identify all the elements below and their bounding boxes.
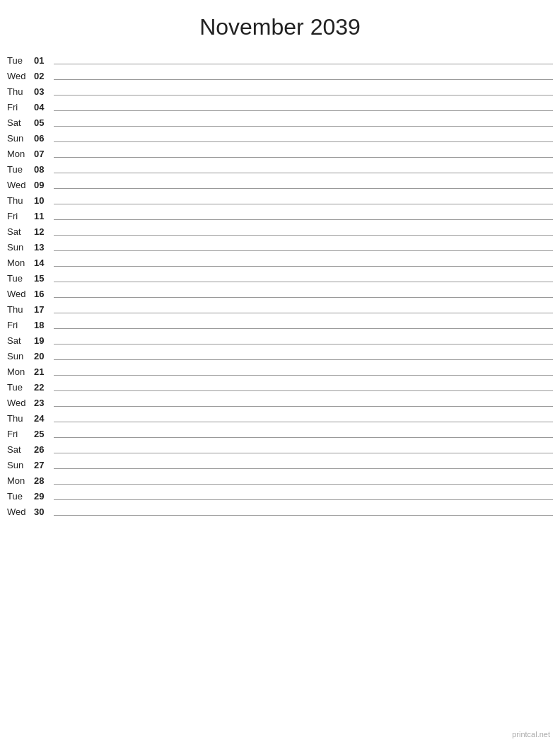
page-title: November 2039: [7, 14, 553, 40]
day-number: 07: [34, 149, 54, 161]
day-number: 01: [34, 55, 54, 67]
day-line-area: [54, 162, 553, 176]
day-line: [54, 240, 553, 251]
day-line: [54, 286, 553, 298]
day-line: [54, 146, 553, 158]
table-row: Tue08: [7, 162, 553, 178]
day-label: Tue: [7, 55, 34, 67]
day-line: [54, 178, 553, 189]
day-number: 22: [34, 382, 54, 394]
day-line-area: [54, 286, 553, 301]
day-label: Wed: [7, 71, 34, 83]
day-label: Thu: [7, 195, 34, 207]
day-number: 05: [34, 117, 54, 129]
day-number: 14: [34, 257, 54, 270]
table-row: Wed30: [7, 504, 553, 520]
table-row: Tue01: [7, 53, 553, 69]
day-number: 15: [34, 273, 54, 285]
day-number: 06: [34, 133, 54, 145]
day-number: 02: [34, 71, 54, 83]
day-line-area: [54, 255, 553, 270]
day-line-area: [54, 458, 553, 472]
day-label: Mon: [7, 257, 34, 270]
table-row: Mon21: [7, 364, 553, 380]
day-label: Fri: [7, 211, 34, 223]
table-row: Fri04: [7, 100, 553, 115]
table-row: Tue29: [7, 489, 553, 504]
day-line: [54, 224, 553, 236]
table-row: Mon14: [7, 255, 553, 271]
day-line: [54, 115, 553, 127]
day-line-area: [54, 69, 553, 83]
day-line-area: [54, 302, 553, 316]
day-line: [54, 442, 553, 453]
day-number: 18: [34, 320, 54, 332]
day-label: Mon: [7, 475, 34, 487]
day-number: 29: [34, 491, 54, 503]
day-label: Sun: [7, 351, 34, 363]
day-label: Wed: [7, 506, 34, 519]
table-row: Sat12: [7, 224, 553, 240]
day-label: Sat: [7, 444, 34, 456]
day-label: Mon: [7, 149, 34, 161]
table-row: Thu24: [7, 411, 553, 427]
day-line: [54, 69, 553, 80]
table-row: Tue15: [7, 271, 553, 286]
day-label: Fri: [7, 429, 34, 441]
day-label: Sun: [7, 460, 34, 472]
table-row: Tue22: [7, 380, 553, 395]
day-line: [54, 489, 553, 500]
table-row: Thu17: [7, 302, 553, 318]
day-number: 26: [34, 444, 54, 456]
day-line-area: [54, 318, 553, 332]
day-line: [54, 53, 553, 64]
watermark: printcal.net: [512, 730, 550, 739]
day-line: [54, 380, 553, 391]
day-number: 24: [34, 413, 54, 425]
day-label: Tue: [7, 382, 34, 394]
calendar-rows: Tue01Wed02Thu03Fri04Sat05Sun06Mon07Tue08…: [7, 53, 553, 520]
day-line-area: [54, 427, 553, 441]
day-line-area: [54, 193, 553, 207]
day-label: Tue: [7, 164, 34, 176]
day-number: 27: [34, 460, 54, 472]
day-line-area: [54, 473, 553, 487]
day-line: [54, 255, 553, 267]
day-number: 04: [34, 102, 54, 114]
day-line-area: [54, 442, 553, 456]
day-label: Sun: [7, 242, 34, 254]
table-row: Mon28: [7, 473, 553, 489]
day-number: 25: [34, 429, 54, 441]
day-line-area: [54, 146, 553, 161]
day-line: [54, 473, 553, 485]
day-line: [54, 318, 553, 329]
table-row: Sun06: [7, 131, 553, 146]
day-label: Thu: [7, 86, 34, 98]
day-label: Thu: [7, 304, 34, 316]
table-row: Sat26: [7, 442, 553, 458]
day-line: [54, 100, 553, 111]
day-line-area: [54, 115, 553, 129]
table-row: Sun13: [7, 240, 553, 255]
day-number: 17: [34, 304, 54, 316]
table-row: Sun20: [7, 349, 553, 364]
day-number: 08: [34, 164, 54, 176]
day-label: Wed: [7, 180, 34, 192]
day-label: Wed: [7, 398, 34, 410]
day-label: Wed: [7, 289, 34, 301]
table-row: Wed16: [7, 286, 553, 302]
day-label: Sat: [7, 117, 34, 129]
day-line: [54, 302, 553, 313]
day-number: 19: [34, 335, 54, 347]
day-number: 13: [34, 242, 54, 254]
day-label: Mon: [7, 366, 34, 378]
page: November 2039 Tue01Wed02Thu03Fri04Sat05S…: [0, 0, 560, 747]
day-line: [54, 504, 553, 516]
table-row: Sat05: [7, 115, 553, 131]
day-line: [54, 84, 553, 95]
table-row: Thu10: [7, 193, 553, 209]
day-number: 10: [34, 195, 54, 207]
day-line-area: [54, 224, 553, 238]
day-number: 20: [34, 351, 54, 363]
day-line: [54, 162, 553, 173]
